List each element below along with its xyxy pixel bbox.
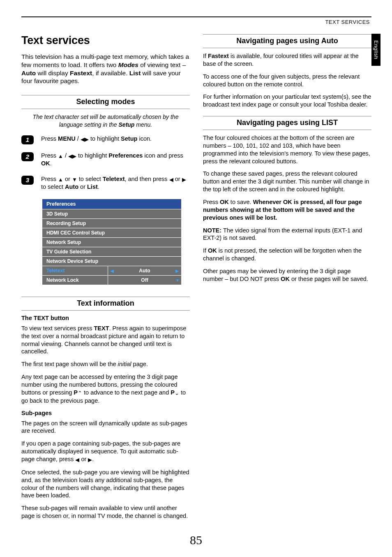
left-icon: ◀ bbox=[169, 176, 173, 183]
menu-item-value: Off▼ bbox=[108, 275, 182, 285]
menu-item-label: TV Guide Selection bbox=[42, 247, 182, 256]
section-selecting-modes: Selecting modes bbox=[21, 95, 190, 109]
right-icon: ▶ bbox=[182, 176, 186, 183]
text-para: To view text services press TEXT. Press … bbox=[21, 325, 190, 355]
menu-row: HDMI CEC Control Setup bbox=[42, 228, 182, 237]
text-para: Other pages may be viewed by entering th… bbox=[203, 267, 371, 283]
text-para: To change these saved pages, press the r… bbox=[203, 170, 371, 193]
text-para: NOTE: The video signal from the external… bbox=[203, 227, 371, 242]
step-number: 1 bbox=[21, 135, 34, 144]
step-text: Press ▲ / ◀▶ to highlight Preferences ic… bbox=[41, 152, 190, 168]
text-para: If Fastext is available, four coloured t… bbox=[203, 52, 371, 68]
text-button-heading: The TEXT button bbox=[21, 315, 190, 321]
text-para: For further information on your particul… bbox=[203, 93, 371, 109]
up-icon: ▲ bbox=[58, 176, 63, 183]
text-para: These sub-pages will remain available to… bbox=[21, 504, 190, 520]
left-right-icon: ◀▶ bbox=[68, 153, 76, 160]
menu-row: TV Guide Selection bbox=[42, 247, 182, 256]
selecting-note: The text character set will be automatic… bbox=[21, 113, 190, 128]
step: 3Press ▲ or ▼ to select Teletext, and th… bbox=[21, 175, 190, 191]
menu-item-label: Network Lock bbox=[42, 275, 108, 285]
menu-item-label: HDMI CEC Control Setup bbox=[42, 228, 182, 237]
header-section: TEXT SERVICES bbox=[21, 19, 371, 25]
text-para: If you open a page containing sub-pages,… bbox=[21, 440, 190, 464]
intro-text: This television has a multi-page text me… bbox=[21, 53, 190, 85]
menu-row: 3D Setup bbox=[42, 209, 182, 218]
text-para: If OK is not pressed, the selection will… bbox=[203, 247, 371, 262]
text-para: Any text page can be accessed by enterin… bbox=[21, 373, 190, 404]
step-text: Press ▲ or ▼ to select Teletext, and the… bbox=[41, 175, 190, 191]
menu-item-label: Network Device Setup bbox=[42, 256, 182, 266]
subpages-heading: Sub-pages bbox=[21, 410, 190, 416]
text-para: Once selected, the sub-page you are view… bbox=[21, 469, 190, 499]
left-icon: ◀ bbox=[75, 457, 79, 464]
menu-row: TeletextAuto◀▶ bbox=[42, 266, 182, 275]
right-arrow-icon: ▶ bbox=[175, 268, 179, 273]
section-text-information: Text information bbox=[21, 297, 190, 311]
step-text: Press MENU / ◀▶ to highlight Setup icon. bbox=[41, 135, 190, 143]
preferences-menu: Preferences 3D SetupRecording SetupHDMI … bbox=[42, 199, 182, 285]
left-right-icon: ◀▶ bbox=[81, 136, 89, 143]
page-up-icon: ⌃ bbox=[78, 390, 82, 397]
menu-item-label: 3D Setup bbox=[42, 209, 182, 218]
step: 2Press ▲ / ◀▶ to highlight Preferences i… bbox=[21, 152, 190, 168]
language-tab: English bbox=[371, 34, 380, 66]
menu-item-label: Recording Setup bbox=[42, 218, 182, 228]
menu-row: Recording Setup bbox=[42, 218, 182, 228]
page-title: Text services bbox=[21, 34, 190, 47]
step-number: 3 bbox=[21, 176, 34, 185]
up-icon: ▲ bbox=[58, 153, 63, 160]
text-para: The pages on the screen will dynamically… bbox=[21, 420, 190, 435]
page-down-icon: ⌄ bbox=[175, 390, 179, 397]
left-arrow-icon: ◀ bbox=[111, 268, 114, 273]
down-arrow-icon: ▼ bbox=[175, 278, 180, 282]
text-para: The first text page shown will be the in… bbox=[21, 360, 190, 368]
menu-item-label: Network Setup bbox=[42, 237, 182, 247]
section-nav-list: Navigating pages using LIST bbox=[203, 116, 371, 130]
page-number: 85 bbox=[0, 533, 392, 547]
menu-item-value: Auto◀▶ bbox=[108, 266, 182, 275]
step-number: 2 bbox=[21, 152, 34, 161]
section-nav-auto: Navigating pages using Auto bbox=[203, 34, 371, 48]
menu-row: Network LockOff▼ bbox=[42, 275, 182, 285]
menu-row: Network Device Setup bbox=[42, 256, 182, 266]
menu-item-label: Teletext bbox=[42, 266, 108, 275]
text-para: Press OK to save. Whenever OK is pressed… bbox=[203, 198, 371, 222]
menu-row: Network Setup bbox=[42, 237, 182, 247]
down-icon: ▼ bbox=[72, 176, 77, 183]
right-icon: ▶ bbox=[88, 457, 92, 464]
step: 1Press MENU / ◀▶ to highlight Setup icon… bbox=[21, 135, 190, 144]
menu-header: Preferences bbox=[42, 199, 182, 209]
text-para: The four coloured choices at the bottom … bbox=[203, 134, 371, 165]
text-para: To access one of the four given subjects… bbox=[203, 73, 371, 88]
